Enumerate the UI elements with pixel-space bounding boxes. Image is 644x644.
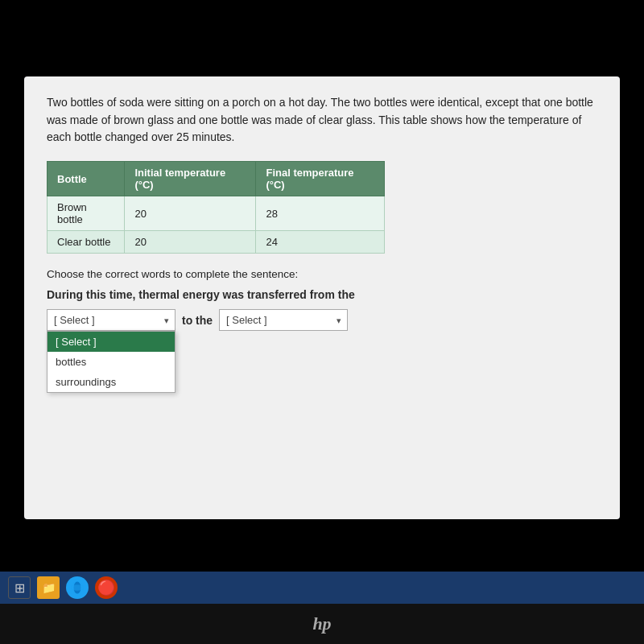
- sentence-text: During this time, thermal energy was tra…: [47, 288, 597, 301]
- table-header-initial: Initial temperature (°C): [125, 162, 256, 196]
- second-dropdown-value: [ Select ]: [226, 314, 267, 326]
- table-header-final: Final temperature (°C): [256, 162, 385, 196]
- sentence-start: During this time, thermal energy was tra…: [47, 288, 355, 301]
- first-dropdown-value: [ Select ]: [54, 314, 95, 326]
- laptop-bottom: hp: [0, 604, 644, 644]
- svg-point-2: [72, 584, 84, 591]
- table-row: Clear bottle 20 24: [47, 231, 385, 254]
- table-cell-initial-1: 20: [125, 196, 256, 231]
- first-dropdown-menu: [ Select ] bottles surroundings: [47, 331, 175, 393]
- table-cell-initial-2: 20: [125, 231, 256, 254]
- taskbar: ⊞ 📁 🔴 hp: [0, 519, 644, 644]
- dropdown-option-select[interactable]: [ Select ]: [47, 332, 175, 352]
- file-explorer-icon[interactable]: 📁: [37, 576, 60, 599]
- question-instruction: Choose the correct words to complete the…: [47, 268, 597, 280]
- table-cell-final-1: 28: [256, 196, 385, 231]
- table-cell-final-2: 24: [256, 231, 385, 254]
- first-dropdown-wrapper: [ Select ] ▾ [ Select ] bottles surround…: [47, 309, 175, 331]
- table-row: Brown bottle 20 28: [47, 196, 385, 231]
- second-dropdown[interactable]: [ Select ] ▾: [219, 309, 348, 331]
- start-menu-icon[interactable]: ⊞: [8, 576, 31, 599]
- dropdown-option-bottles[interactable]: bottles: [47, 352, 175, 372]
- to-the-text: to the: [182, 314, 213, 327]
- hp-logo: hp: [290, 604, 354, 644]
- dropdown-chevron-icon: ▾: [164, 315, 169, 325]
- first-dropdown[interactable]: [ Select ] ▾: [47, 309, 175, 331]
- taskbar-bar: ⊞ 📁 🔴: [0, 572, 644, 604]
- table-cell-bottle-1: Brown bottle: [47, 196, 125, 231]
- table-cell-bottle-2: Clear bottle: [47, 231, 125, 254]
- second-dropdown-wrapper: [ Select ] ▾: [219, 309, 348, 331]
- intro-paragraph: Two bottles of soda were sitting on a po…: [47, 94, 597, 147]
- table-header-bottle: Bottle: [47, 162, 125, 196]
- app-icon[interactable]: 🔴: [95, 576, 118, 599]
- edge-svg: [70, 580, 85, 595]
- dropdown-option-surroundings[interactable]: surroundings: [47, 372, 175, 392]
- dropdowns-row: [ Select ] ▾ [ Select ] bottles surround…: [47, 309, 597, 331]
- data-table: Bottle Initial temperature (°C) Final te…: [47, 161, 385, 254]
- browser-icon[interactable]: [66, 576, 89, 599]
- dropdown2-chevron-icon: ▾: [336, 315, 341, 325]
